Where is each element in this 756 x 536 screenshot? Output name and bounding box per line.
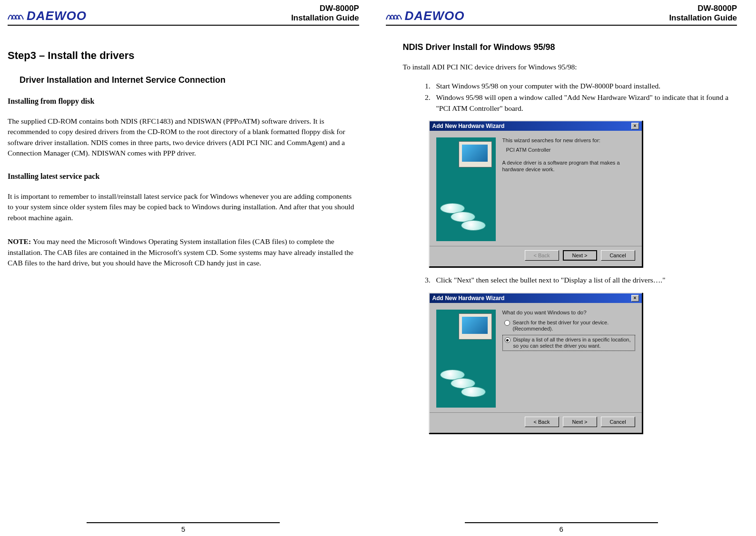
hardware-wizard-dialog: Add New Hardware Wizard × This wizard se… bbox=[429, 120, 643, 267]
wizard-text: This wizard searches for new drivers for… bbox=[502, 137, 635, 241]
radio-option-display-list[interactable]: Display a list of all the drivers in a s… bbox=[502, 335, 635, 351]
dialog-body: This wizard searches for new drivers for… bbox=[430, 131, 642, 246]
subsection-heading: NDIS Driver Install for Windows 95/98 bbox=[403, 42, 737, 52]
step-heading: Step3 – Install the drivers bbox=[8, 49, 359, 62]
doc-subtitle: Installation Guide bbox=[669, 13, 737, 23]
paragraph: It is important to remember to install/r… bbox=[8, 191, 359, 223]
brand-name: DAEWOO bbox=[27, 9, 87, 23]
wave-icon bbox=[8, 10, 25, 21]
step-list: Click "Next" then select the bullet next… bbox=[424, 275, 737, 285]
doc-title: DW-8000P Installation Guide bbox=[669, 4, 737, 23]
dialog-titlebar[interactable]: Add New Hardware Wizard × bbox=[430, 121, 642, 131]
disc-icon bbox=[461, 220, 486, 231]
page-footer: 6 bbox=[465, 522, 658, 533]
subsection-heading: Installing from floppy disk bbox=[8, 97, 359, 106]
dialog-titlebar[interactable]: Add New Hardware Wizard × bbox=[430, 293, 642, 303]
back-button[interactable]: < Back bbox=[525, 417, 559, 427]
list-item: Start Windows 95/98 on your computer wit… bbox=[432, 81, 737, 91]
doc-model: DW-8000P bbox=[669, 4, 737, 13]
doc-subtitle: Installation Guide bbox=[291, 13, 359, 23]
note-paragraph: NOTE: You may need the Microsoft Windows… bbox=[8, 236, 359, 268]
radio-option-recommended[interactable]: Search for the best driver for your devi… bbox=[502, 318, 635, 333]
cancel-button[interactable]: Cancel bbox=[601, 250, 635, 261]
next-button[interactable]: Next > bbox=[563, 250, 597, 261]
radio-icon bbox=[504, 320, 510, 326]
next-button[interactable]: Next > bbox=[563, 417, 597, 427]
hardware-wizard-dialog: Add New Hardware Wizard × What do you wa… bbox=[429, 292, 643, 434]
close-icon[interactable]: × bbox=[631, 123, 639, 129]
list-item: Click "Next" then select the bullet next… bbox=[432, 275, 737, 285]
page-header: DAEWOO DW-8000P Installation Guide bbox=[8, 4, 359, 26]
page-number: 6 bbox=[560, 525, 563, 533]
page-content: Step3 – Install the drivers Driver Insta… bbox=[8, 35, 359, 522]
brand-logo: DAEWOO bbox=[8, 9, 87, 23]
brand-logo: DAEWOO bbox=[386, 9, 465, 23]
section-heading: Driver Installation and Internet Service… bbox=[20, 75, 359, 85]
wizard-description: A device driver is a software program th… bbox=[502, 159, 635, 173]
radio-label: Display a list of all the drivers in a s… bbox=[513, 337, 633, 349]
wizard-graphic bbox=[436, 310, 496, 408]
list-item: Windows 95/98 will open a window called … bbox=[432, 92, 737, 114]
note-body: You may need the Microsoft Windows Opera… bbox=[8, 237, 353, 267]
dialog-title: Add New Hardware Wizard bbox=[432, 123, 505, 129]
page-footer: 5 bbox=[87, 522, 280, 533]
subsection-heading: Installing latest service pack bbox=[8, 172, 359, 181]
wizard-text: What do you want Windows to do? Search f… bbox=[502, 310, 635, 408]
page-6: DAEWOO DW-8000P Installation Guide NDIS … bbox=[378, 0, 756, 536]
back-button[interactable]: < Back bbox=[525, 250, 559, 261]
doc-model: DW-8000P bbox=[291, 4, 359, 13]
dialog-button-row: < Back Next > Cancel bbox=[430, 246, 642, 266]
wizard-device: PCI ATM Controller bbox=[506, 147, 635, 153]
radio-icon bbox=[505, 337, 511, 343]
brand-name: DAEWOO bbox=[405, 9, 465, 23]
close-icon[interactable]: × bbox=[631, 295, 639, 302]
paragraph: The supplied CD-ROM contains both NDIS (… bbox=[8, 116, 359, 159]
dialog-button-row: < Back Next > Cancel bbox=[430, 412, 642, 433]
wizard-prompt: This wizard searches for new drivers for… bbox=[502, 137, 635, 143]
page-5: DAEWOO DW-8000P Installation Guide Step3… bbox=[0, 0, 378, 536]
monitor-icon bbox=[459, 141, 492, 167]
wave-icon bbox=[386, 10, 403, 21]
doc-title: DW-8000P Installation Guide bbox=[291, 4, 359, 23]
page-header: DAEWOO DW-8000P Installation Guide bbox=[386, 4, 737, 26]
cancel-button[interactable]: Cancel bbox=[601, 417, 635, 427]
dialog-body: What do you want Windows to do? Search f… bbox=[430, 303, 642, 412]
radio-label: Search for the best driver for your devi… bbox=[513, 320, 633, 332]
dialog-title: Add New Hardware Wizard bbox=[432, 295, 505, 302]
step-list: Start Windows 95/98 on your computer wit… bbox=[424, 81, 737, 114]
note-label: NOTE: bbox=[8, 237, 33, 245]
monitor-icon bbox=[459, 313, 492, 340]
page-content: NDIS Driver Install for Windows 95/98 To… bbox=[386, 35, 737, 522]
wizard-prompt: What do you want Windows to do? bbox=[502, 310, 635, 315]
wizard-graphic bbox=[436, 137, 496, 241]
disc-icon bbox=[461, 387, 486, 397]
page-number: 5 bbox=[181, 525, 185, 533]
paragraph: To install ADI PCI NIC device drivers fo… bbox=[403, 63, 737, 71]
